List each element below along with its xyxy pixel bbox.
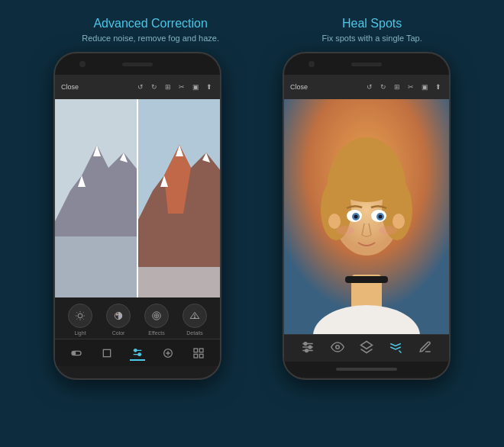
bottom-nav-left: [55, 339, 220, 366]
phone-right: Close ↺ ↻ ⊞ ✂ ▣ ⬆: [283, 52, 451, 380]
tool-light-label: Light: [74, 330, 86, 336]
home-bar-right: [336, 368, 397, 371]
svg-line-17: [83, 319, 84, 320]
redo-icon-r[interactable]: ↻: [379, 82, 388, 92]
close-label-left[interactable]: Close: [61, 83, 79, 91]
tool-effects-label: Effects: [148, 330, 164, 336]
svg-rect-48: [345, 276, 388, 283]
svg-point-30: [194, 317, 195, 318]
feature-right-title: Heal Spots: [322, 17, 422, 31]
phone2-bottom: [284, 334, 449, 380]
phone-right-wrapper: Close ↺ ↻ ⊞ ✂ ▣ ⬆: [283, 52, 451, 380]
portrait-image: [284, 99, 449, 334]
svg-point-63: [379, 226, 397, 235]
svg-point-26: [154, 314, 159, 318]
svg-point-53: [334, 164, 399, 202]
phone-speaker-left: [122, 63, 153, 66]
svg-rect-42: [199, 349, 203, 352]
svg-line-20: [76, 319, 77, 320]
phone-right-top: [284, 53, 449, 75]
toolbar-icons-right: ↺ ↻ ⊞ ✂ ▣ ⬆: [365, 82, 443, 92]
svg-point-25: [153, 312, 161, 320]
phone2-tool-sliders[interactable]: [301, 340, 315, 356]
svg-point-68: [309, 346, 312, 349]
phone2-tool-pen[interactable]: [418, 340, 432, 356]
phone1-bottom: Light Color Effects: [55, 297, 220, 380]
svg-point-70: [335, 346, 339, 349]
redo-icon[interactable]: ↻: [150, 82, 159, 92]
svg-point-60: [354, 215, 358, 219]
portrait-svg: [284, 99, 449, 334]
tool-color[interactable]: Color: [106, 304, 131, 336]
feature-left: Advanced Correction Reduce noise, remove…: [82, 17, 219, 43]
phone2-tool-heal-active[interactable]: [389, 340, 402, 356]
phone2-tool-eye[interactable]: [331, 340, 344, 356]
compare-icon-r[interactable]: ▣: [420, 82, 429, 92]
mountain-before: [55, 99, 137, 297]
svg-point-54: [328, 214, 341, 229]
toolbar-icons-left: ↺ ↻ ⊞ ✂ ▣ ⬆: [136, 82, 214, 92]
app-toolbar-right: Close ↺ ↻ ⊞ ✂ ▣ ⬆: [284, 75, 449, 99]
svg-line-72: [399, 351, 402, 353]
tool-details-icon: [183, 304, 207, 328]
tool-light-icon: [68, 304, 92, 328]
tool-details-label: Details: [186, 330, 202, 336]
svg-line-21: [83, 312, 84, 313]
tool-effects-icon: [144, 304, 169, 328]
share-icon[interactable]: ⬆: [205, 82, 214, 92]
tools-icon-r[interactable]: ✂: [406, 82, 415, 92]
nav-crop[interactable]: [99, 346, 115, 361]
svg-rect-33: [103, 349, 110, 356]
nav-adjust-active[interactable]: [130, 346, 145, 361]
svg-point-69: [305, 349, 309, 352]
crop-icon[interactable]: ⊞: [163, 82, 173, 92]
undo-icon[interactable]: ↺: [136, 82, 145, 92]
feature-right-subtitle: Fix spots with a single Tap.: [322, 34, 422, 43]
feature-left-subtitle: Reduce noise, remove fog and haze.: [82, 34, 219, 43]
tools-icon[interactable]: ✂: [177, 82, 186, 92]
app-toolbar-left: Close ↺ ↻ ⊞ ✂ ▣ ⬆: [55, 75, 220, 99]
nav-toggle[interactable]: [69, 346, 84, 361]
tool-details[interactable]: Details: [183, 304, 207, 336]
phone-speaker-right: [351, 63, 382, 66]
tool-light[interactable]: Light: [68, 304, 92, 336]
phone-camera-left: [79, 61, 86, 67]
svg-marker-71: [360, 342, 372, 349]
svg-point-55: [393, 214, 405, 229]
phones-row: Close ↺ ↻ ⊞ ✂ ▣ ⬆: [0, 52, 504, 447]
tool-color-icon: [106, 304, 131, 328]
mountain-after-svg: [137, 99, 220, 297]
before-after-divider: [137, 99, 138, 297]
svg-point-23: [116, 314, 118, 315]
svg-point-13: [78, 314, 82, 318]
mountain-image: [55, 99, 220, 297]
feature-right: Heal Spots Fix spots with a single Tap.: [322, 17, 422, 43]
header-row: Advanced Correction Reduce noise, remove…: [0, 0, 504, 52]
tools-row: Light Color Effects: [55, 297, 220, 339]
svg-point-62: [336, 226, 354, 235]
mountain-before-svg: [55, 99, 137, 297]
phone2-toolbar: [284, 334, 449, 362]
svg-point-37: [138, 353, 141, 355]
svg-point-27: [156, 315, 157, 317]
phone2-tool-layers[interactable]: [360, 340, 373, 356]
home-indicator-right: [284, 362, 449, 377]
tool-effects[interactable]: Effects: [144, 304, 169, 336]
svg-rect-41: [194, 349, 198, 352]
svg-point-36: [134, 349, 137, 351]
svg-point-61: [379, 215, 383, 219]
phone-left-top: [55, 53, 220, 75]
mountain-after: [137, 99, 220, 297]
svg-point-24: [118, 316, 120, 317]
nav-more[interactable]: [191, 346, 206, 361]
svg-point-67: [304, 342, 307, 346]
nav-heal[interactable]: [160, 346, 176, 361]
close-label-right[interactable]: Close: [290, 83, 308, 91]
svg-point-32: [73, 352, 76, 355]
crop-icon-r[interactable]: ⊞: [393, 82, 402, 92]
svg-rect-12: [137, 267, 220, 297]
compare-icon[interactable]: ▣: [191, 82, 200, 92]
undo-icon-r[interactable]: ↺: [365, 82, 374, 92]
share-icon-r[interactable]: ⬆: [434, 82, 443, 92]
svg-rect-43: [194, 354, 198, 358]
